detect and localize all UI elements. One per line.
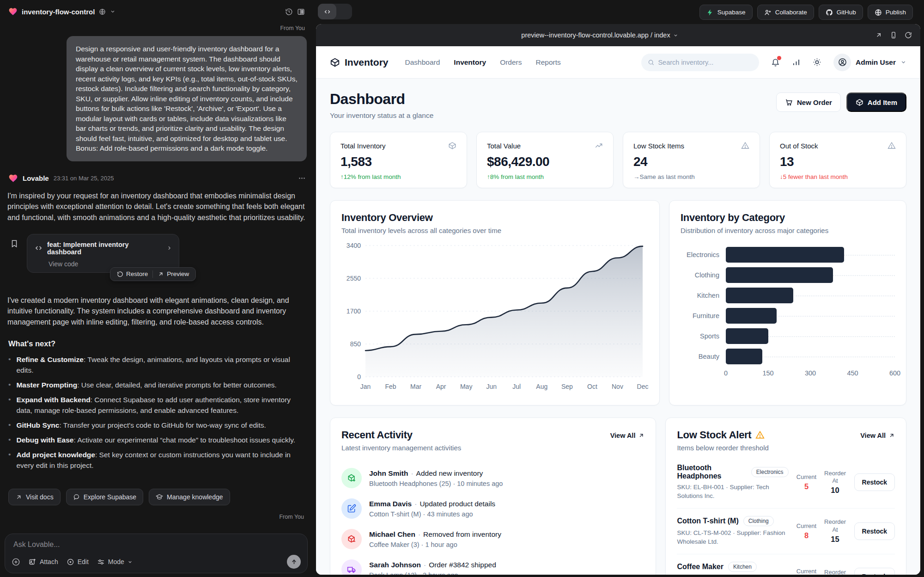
bar-row: Sports	[681, 326, 895, 346]
send-button[interactable]	[287, 555, 301, 569]
restock-button[interactable]: Restock	[854, 473, 895, 491]
topbar-collaborate-button[interactable]: Collaborate	[757, 5, 814, 20]
page-header: Dashboard Your inventory status at a gla…	[330, 91, 906, 120]
alert-icon	[888, 141, 896, 150]
whats-next-item: • Master Prompting: Use clear, detailed,…	[8, 380, 307, 391]
dashboard-content: Dashboard Your inventory status at a gla…	[316, 79, 920, 575]
notifications-bell-icon[interactable]	[771, 58, 780, 67]
topbar-supabase-button[interactable]: Supabase	[699, 5, 753, 20]
tab-dashboard[interactable]: Dashboard	[405, 58, 440, 67]
preview-button[interactable]: Preview	[153, 270, 194, 277]
search-icon	[648, 59, 654, 66]
svg-text:Sep: Sep	[561, 383, 573, 390]
recent-activity-card: Recent Activity Latest inventory managem…	[330, 417, 656, 575]
preview-window: preview--inventory-flow-control.lovable.…	[316, 24, 920, 575]
inventory-by-category-card: Inventory by Category Distribution of in…	[669, 200, 906, 405]
chip-manage-knowledge[interactable]: Manage knowledge	[149, 489, 230, 505]
restock-button[interactable]: Restock	[854, 522, 895, 540]
bar-row: Clothing	[681, 265, 895, 285]
tab-inventory[interactable]: Inventory	[454, 58, 486, 67]
app-brand-name: Inventory	[345, 57, 389, 68]
message-options-icon[interactable]	[298, 174, 306, 182]
svg-text:Jan: Jan	[360, 383, 371, 390]
history-icon[interactable]	[285, 8, 293, 16]
search-input[interactable]	[658, 59, 753, 66]
app-brand[interactable]: Inventory	[330, 57, 389, 68]
user-menu[interactable]: Admin User	[833, 54, 906, 71]
low-stock-view-all-link[interactable]: View All	[860, 432, 895, 439]
package-icon	[856, 98, 863, 106]
low-stock-subtitle: Items below reorder threshold	[677, 444, 860, 452]
avatar	[833, 54, 851, 71]
chip-explore-supabase[interactable]: Explore Supabase	[66, 489, 143, 505]
bar-axis-tick: 150	[762, 369, 773, 377]
from-you-label: From You	[7, 25, 305, 31]
user-message-bubble: Design a responsive and user-friendly in…	[67, 36, 307, 161]
svg-text:1700: 1700	[346, 307, 361, 315]
whats-next-list: • Refine & Customize: Tweak the design, …	[8, 355, 307, 475]
open-external-icon[interactable]	[875, 31, 882, 39]
activity-item: Michael Chen·Removed from inventory Coff…	[341, 524, 644, 554]
mode-selector[interactable]: Mode	[97, 558, 133, 566]
svg-text:Aug: Aug	[536, 383, 547, 390]
low-stock-alert-card: Low Stock Alert Items below reorder thre…	[665, 417, 906, 575]
recent-view-all-link[interactable]: View All	[610, 432, 645, 439]
new-order-button[interactable]: New Order	[776, 92, 841, 112]
tab-orders[interactable]: Orders	[500, 58, 522, 67]
bar-row: Furniture	[681, 306, 895, 326]
low-stock-list: Bluetooth Headphones Electronics SKU: EL…	[677, 456, 895, 575]
edit-mode-button[interactable]: Edit	[67, 558, 89, 566]
bookmark-icon[interactable]	[10, 239, 18, 250]
edit-square-icon	[341, 498, 362, 519]
refresh-icon[interactable]	[905, 31, 912, 39]
svg-text:Feb: Feb	[385, 383, 396, 390]
view-code-link[interactable]: View code	[49, 260, 172, 268]
chat-input[interactable]: Ask Lovable... Attach Edit Mode	[5, 534, 308, 573]
theme-toggle-sun-icon[interactable]	[813, 58, 821, 67]
user-plus-icon	[764, 9, 772, 16]
globe-status-icon	[99, 8, 106, 15]
attach-button[interactable]: Attach	[29, 558, 58, 566]
toggle-sidebar-icon[interactable]	[297, 8, 305, 16]
topbar-publish-button[interactable]: Publish	[868, 5, 913, 20]
category-bar-chart: Electronics Clothing Kitchen Furniture S…	[681, 245, 895, 367]
chat-panel: inventory-flow-control From You Design a…	[0, 0, 314, 577]
whats-next-item: • Refine & Customize: Tweak the design, …	[8, 355, 307, 376]
github-icon	[826, 9, 833, 16]
kpi-card: Total Value $86,429.00 ↑8% from last mon…	[476, 132, 614, 188]
svg-text:Apr: Apr	[436, 383, 446, 390]
add-attachment-icon[interactable]	[12, 558, 20, 566]
category-bar	[726, 267, 833, 283]
kpi-value: $86,429.00	[487, 154, 603, 169]
mobile-view-icon[interactable]	[890, 31, 897, 39]
notification-dot	[777, 56, 781, 60]
category-bar	[726, 247, 844, 263]
low-stock-row: Cotton T-shirt (M) Clothing SKU: CL-TS-M…	[677, 509, 895, 554]
restock-button[interactable]: Restock	[854, 568, 895, 575]
whats-next-item: • Expand with Backend: Connect Supabase …	[8, 395, 307, 416]
tab-reports[interactable]: Reports	[536, 58, 561, 67]
code-toggle-icon[interactable]	[318, 4, 336, 19]
analytics-icon[interactable]	[792, 58, 801, 67]
grad-cap-icon	[156, 493, 163, 501]
app-nav-links: DashboardInventoryOrdersReports	[405, 58, 561, 67]
chat-message-list: From You Design a responsive and user-fr…	[0, 23, 314, 534]
chat-input-placeholder: Ask Lovable...	[13, 540, 300, 549]
inventory-app: Inventory DashboardInventoryOrdersReport…	[316, 46, 920, 575]
chip-visit-docs[interactable]: Visit docs	[8, 489, 61, 505]
overview-chart-subtitle: Total inventory levels across all catego…	[341, 227, 648, 234]
lovable-workspace: inventory-flow-control From You Design a…	[0, 0, 924, 577]
supabase-icon	[706, 9, 714, 16]
category-bar	[726, 308, 777, 324]
add-item-button[interactable]: Add Item	[846, 92, 906, 112]
project-menu-chevron-icon[interactable]	[110, 9, 116, 14]
code-view-toggle[interactable]	[318, 4, 352, 19]
topbar-github-button[interactable]: GitHub	[819, 5, 863, 20]
restore-button[interactable]: Restore	[112, 270, 152, 277]
preview-url-dropdown[interactable]: preview--inventory-flow-control.lovable.…	[521, 31, 678, 39]
kpi-delta: ↓5 fewer than last month	[780, 173, 896, 180]
svg-text:2550: 2550	[346, 275, 361, 282]
search-box[interactable]	[641, 54, 759, 71]
lovable-heart-logo	[8, 173, 18, 183]
commit-title: feat: Implement inventory dashboard	[47, 241, 162, 256]
